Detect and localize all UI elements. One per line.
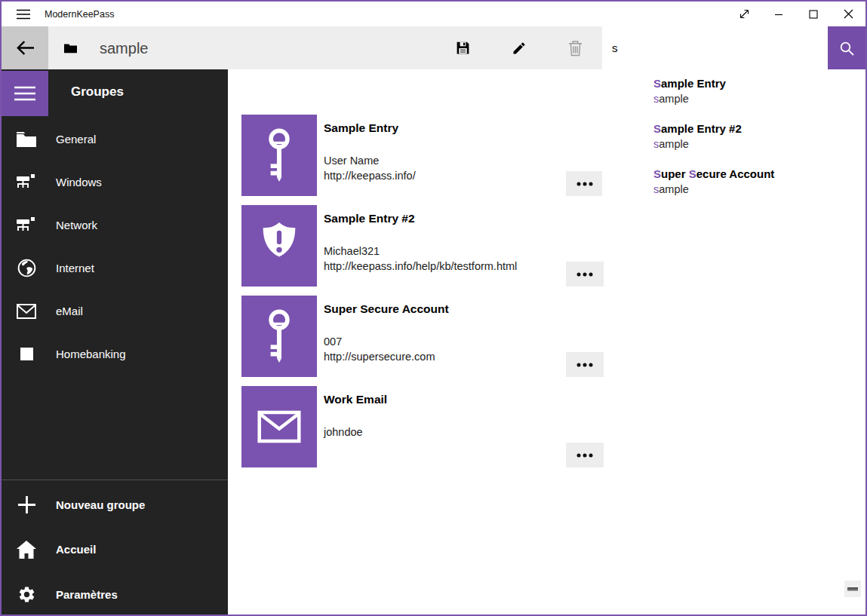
folder-icon [16,132,37,147]
globe-icon [16,259,37,277]
more-options-button[interactable] [566,262,604,287]
entry-url: http://keepass.info/help/kb/testform.htm… [324,260,517,272]
fullscreen-icon [738,8,751,20]
back-arrow-icon [14,37,36,59]
entry-title: Super Secure Account [324,302,449,316]
sidebar-item-label: Homebanking [56,348,126,360]
key-icon [262,309,297,363]
pencil-icon [512,41,527,56]
mail-icon [16,304,37,319]
close-icon [844,9,853,19]
search-button[interactable] [828,26,865,69]
sidebar-item-label: Internet [56,262,94,274]
close-button[interactable] [831,2,865,26]
more-options-button[interactable] [566,171,604,196]
sidebar-item-label: eMail [56,305,83,317]
entry-row-work-email[interactable]: Work Email johndoe [241,386,838,467]
groups-heading: Groupes [71,84,124,100]
entry-username: User Name [324,155,379,167]
search-icon [838,40,855,57]
network-icon [16,174,37,190]
sidebar-item-general[interactable]: General [2,118,228,161]
search-input[interactable] [602,26,828,69]
sidebar-item-email[interactable]: eMail [2,290,228,333]
entry-row-super-secure-account[interactable]: Super Secure Account 007 http://supersec… [241,296,838,377]
square-icon [16,348,37,360]
sidebar-divider [2,480,228,480]
command-bar: sample [2,26,865,69]
mail-icon [257,410,301,443]
sidebar-item-windows[interactable]: Windows [2,161,228,204]
page-title: sample [100,39,148,57]
save-icon [455,40,471,56]
suggestion-title: Super Secure Account [653,167,865,182]
entry-title: Sample Entry #2 [324,212,415,225]
more-options-button[interactable] [566,352,604,377]
suggestion-item[interactable]: Super Secure Account sample [602,164,865,210]
minus-icon [847,587,858,591]
maximize-button[interactable] [796,2,831,26]
home-button[interactable]: Accueil [2,527,228,572]
hamburger-icon [16,8,31,20]
zoom-out-button[interactable] [844,581,861,597]
group-folder-icon [64,43,77,53]
settings-button[interactable]: Paramètres [2,572,228,616]
shield-alert-icon [256,221,303,271]
action-label: Paramètres [56,588,118,601]
more-options-button[interactable] [566,443,604,467]
app-window: ModernKeePass [0,0,867,616]
search-suggestions-flyout: Sample Entry sample Sample Entry #2 samp… [602,69,865,213]
suggestion-subtitle: sample [653,136,865,152]
minimize-icon [774,10,783,19]
key-icon [262,128,297,182]
suggestion-item[interactable]: Sample Entry sample [602,74,865,119]
ellipsis-icon [576,272,593,277]
edit-button[interactable] [501,26,537,69]
minimize-button[interactable] [761,2,796,26]
save-button[interactable] [444,26,481,69]
ellipsis-icon [576,182,593,186]
delete-button[interactable] [557,26,593,69]
titlebar-hamburger-button[interactable] [11,2,36,26]
entry-url: http://supersecure.com [324,351,435,363]
entry-url: http://keepass.info/ [324,170,416,182]
maximize-icon [809,10,818,19]
sidebar-item-label: Windows [56,176,102,188]
sidebar-item-network[interactable]: Network [2,204,228,247]
entry-username: johndoe [324,426,363,438]
action-label: Nouveau groupe [56,498,145,511]
entry-tile [241,386,317,467]
entry-tile [241,205,317,287]
sidebar-item-label: General [56,133,96,146]
plus-icon [16,495,37,514]
titlebar: ModernKeePass [2,2,865,26]
ellipsis-icon [576,453,593,458]
suggestion-subtitle: sample [653,182,865,197]
hamburger-icon [14,85,36,102]
entry-tile [241,115,317,196]
suggestion-item[interactable]: Sample Entry #2 sample [602,119,865,164]
network-icon [16,217,37,233]
window-controls [727,2,865,26]
fullscreen-button[interactable] [727,2,761,26]
ellipsis-icon [576,363,593,367]
sidebar: Groupes General Windows Network Internet [2,69,228,614]
app-title: ModernKeePass [45,9,114,20]
new-group-button[interactable]: Nouveau groupe [2,483,228,527]
suggestion-title: Sample Entry #2 [653,121,865,136]
entry-title: Sample Entry [324,121,398,135]
action-label: Accueil [56,543,96,556]
nav-toggle-button[interactable] [2,71,48,116]
entry-row-sample-entry-2[interactable]: Sample Entry #2 Michael321 http://keepas… [241,205,838,287]
entry-tile [241,296,317,377]
trash-icon [568,40,583,57]
sidebar-item-internet[interactable]: Internet [2,247,228,290]
sidebar-item-label: Network [56,219,97,231]
sidebar-item-homebanking[interactable]: Homebanking [2,333,228,375]
home-icon [16,541,37,559]
back-button[interactable] [2,26,48,69]
gear-icon [16,585,37,604]
suggestion-title: Sample Entry [653,76,865,91]
entry-username: Michael321 [324,245,380,257]
suggestion-subtitle: sample [653,91,865,106]
